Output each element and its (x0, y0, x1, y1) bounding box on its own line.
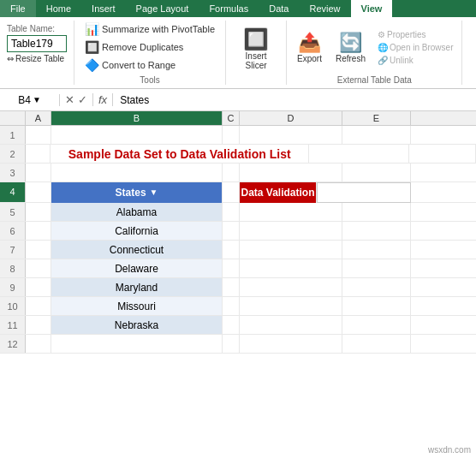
cell-d11[interactable] (240, 316, 342, 334)
col-header-a[interactable]: A (26, 111, 51, 125)
slicer-icon: 🔲 (243, 27, 269, 51)
cell-d10[interactable] (240, 297, 342, 315)
cell-ref-dropdown[interactable]: ▼ (33, 95, 41, 104)
cell-d6[interactable] (240, 222, 342, 240)
tab-view[interactable]: View (351, 0, 393, 17)
tab-formulas[interactable]: Formulas (199, 0, 259, 17)
cell-c5[interactable] (223, 203, 240, 221)
cell-d1[interactable] (240, 126, 342, 144)
cell-e8[interactable] (342, 259, 411, 277)
cell-c3[interactable] (223, 164, 240, 181)
cell-c1[interactable] (223, 126, 240, 144)
unlink-icon: 🔗 (378, 56, 388, 65)
refresh-button[interactable]: 🔄 Refresh (332, 30, 369, 65)
summarize-pivottable-button[interactable]: 📊 Summarize with PivotTable (81, 21, 218, 38)
cell-e5[interactable] (342, 203, 411, 221)
table-row: 8 Delaware (0, 259, 476, 278)
ext-properties-label: Properties (387, 30, 426, 39)
cell-c10[interactable] (223, 297, 240, 315)
col-header-c[interactable]: C (223, 111, 240, 125)
cell-e9[interactable] (342, 278, 411, 296)
cell-b4-header[interactable]: States ▼ (51, 182, 223, 203)
cell-b10[interactable]: Missouri (51, 297, 223, 315)
cell-d3[interactable] (240, 164, 342, 181)
cell-d7[interactable] (240, 241, 342, 259)
cell-d5[interactable] (240, 203, 342, 221)
cell-b8[interactable]: Delaware (51, 259, 223, 277)
export-button[interactable]: 📤 Export (294, 30, 325, 65)
cell-a5[interactable] (26, 203, 51, 221)
cell-e4-dv-input[interactable] (317, 182, 411, 203)
cell-e6[interactable] (342, 222, 411, 240)
cancel-formula-icon[interactable]: ✕ (65, 93, 74, 106)
fx-label: fx (93, 93, 113, 106)
remove-duplicates-button[interactable]: 🔲 Remove Duplicates (81, 39, 218, 56)
tab-page-layout[interactable]: Page Layout (126, 0, 199, 17)
cell-d12[interactable] (240, 335, 342, 353)
cell-a6[interactable] (26, 222, 51, 240)
cell-d2[interactable] (309, 145, 409, 163)
cell-c4[interactable] (223, 182, 240, 202)
table-row: 2 Sample Data Set to Data Validation Lis… (0, 145, 476, 164)
col-header-b[interactable]: B (51, 111, 223, 125)
table-row: 11 Nebraska (0, 316, 476, 335)
resize-label: Resize Table (15, 54, 64, 63)
cell-b3[interactable] (51, 164, 223, 181)
cell-a8[interactable] (26, 259, 51, 277)
cell-e1[interactable] (342, 126, 411, 144)
cell-e2[interactable] (409, 145, 476, 163)
cell-e7[interactable] (342, 241, 411, 259)
cell-a2[interactable] (26, 145, 51, 163)
cell-d4-dv[interactable]: Data Validation (240, 182, 317, 203)
row-num-9: 9 (0, 278, 26, 296)
convert-to-range-button[interactable]: 🔷 Convert to Range (81, 57, 218, 74)
cell-a11[interactable] (26, 316, 51, 334)
confirm-formula-icon[interactable]: ✓ (78, 93, 87, 106)
insert-slicer-button[interactable]: 🔲 InsertSlicer (236, 24, 276, 74)
cell-b11[interactable]: Nebraska (51, 316, 223, 334)
cell-e3[interactable] (342, 164, 411, 181)
cell-a4[interactable] (26, 182, 51, 202)
formula-icons: ✕ ✓ (60, 93, 93, 106)
cell-reference-box[interactable]: B4 ▼ (0, 94, 60, 106)
open-browser-button: 🌐 Open in Browser (376, 42, 455, 53)
resize-table-button[interactable]: ⇔ Resize Table (7, 54, 64, 63)
col-header-d[interactable]: D (240, 111, 342, 125)
cell-b7[interactable]: Connecticut (51, 241, 223, 259)
cell-b1[interactable] (51, 126, 223, 144)
states-dropdown-arrow[interactable]: ▼ (150, 183, 158, 202)
cell-a1[interactable] (26, 126, 51, 144)
cell-b12[interactable] (51, 335, 223, 353)
tab-home[interactable]: Home (36, 0, 81, 17)
properties-ext-button: ⚙ Properties (376, 29, 455, 40)
cell-c6[interactable] (223, 222, 240, 240)
cell-c12[interactable] (223, 335, 240, 353)
table-row: 5 Alabama (0, 203, 476, 222)
row-num-7: 7 (0, 241, 26, 259)
tab-review[interactable]: Review (299, 0, 350, 17)
cell-c11[interactable] (223, 316, 240, 334)
cell-c8[interactable] (223, 259, 240, 277)
cell-e10[interactable] (342, 297, 411, 315)
cell-b2-title[interactable]: Sample Data Set to Data Validation List (51, 145, 309, 163)
tab-data[interactable]: Data (259, 0, 299, 17)
cell-e11[interactable] (342, 316, 411, 334)
cell-a12[interactable] (26, 335, 51, 353)
cell-b6[interactable]: California (51, 222, 223, 240)
col-header-e[interactable]: E (342, 111, 411, 125)
cell-b5[interactable]: Alabama (51, 203, 223, 221)
tab-insert[interactable]: Insert (81, 0, 126, 17)
cell-d8[interactable] (240, 259, 342, 277)
cell-c9[interactable] (223, 278, 240, 296)
cell-a10[interactable] (26, 297, 51, 315)
cell-d9[interactable] (240, 278, 342, 296)
cell-a7[interactable] (26, 241, 51, 259)
cell-c7[interactable] (223, 241, 240, 259)
convert-label: Convert to Range (102, 60, 176, 70)
cell-a3[interactable] (26, 164, 51, 181)
cell-b9[interactable]: Maryland (51, 278, 223, 296)
cell-a9[interactable] (26, 278, 51, 296)
table-name-input[interactable] (7, 35, 67, 52)
tab-file[interactable]: File (0, 0, 36, 17)
cell-e12[interactable] (342, 335, 411, 353)
